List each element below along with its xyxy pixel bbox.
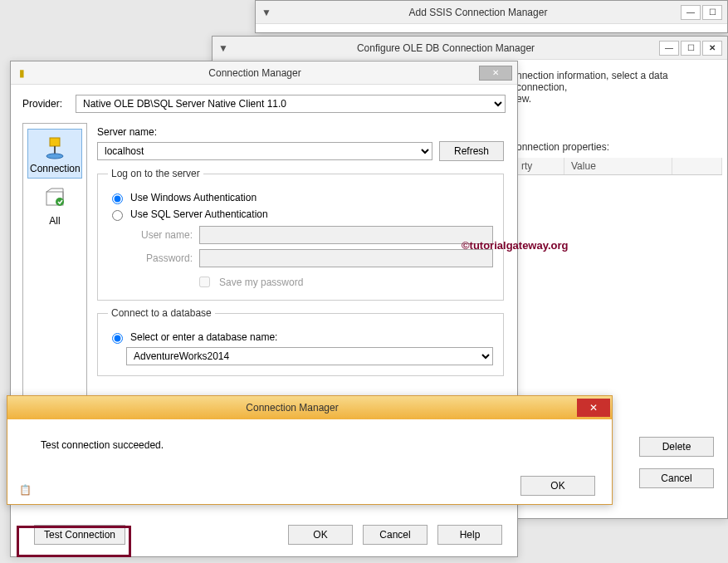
messagebox-text: Test connection succeeded. (7, 419, 612, 458)
sidebar-item-label: All (49, 215, 60, 227)
save-password-checkbox: Save my password (196, 274, 493, 290)
radio-sql-auth[interactable]: Use SQL Server Authentication (108, 208, 493, 221)
username-input (199, 226, 493, 244)
hint-text-line2: ew. (516, 93, 714, 105)
svg-rect-0 (50, 138, 60, 146)
window-title: Add SSIS Connection Manager (276, 7, 681, 18)
username-label: User name: (126, 229, 193, 241)
database-select[interactable]: AdventureWorks2014 (126, 347, 493, 365)
provider-select[interactable]: Native OLE DB\SQL Server Native Client 1… (76, 95, 506, 113)
maximize-button[interactable]: ☐ (681, 41, 701, 56)
save-password-input (199, 277, 210, 287)
radio-select-db-input[interactable] (112, 333, 123, 344)
server-name-label: Server name: (97, 126, 504, 138)
sidebar-item-connection[interactable]: Connection (27, 129, 82, 179)
delete-button[interactable]: Delete (639, 437, 714, 457)
messagebox-test-connection: Connection Manager ✕ Test connection suc… (7, 395, 613, 505)
col-property: rty (515, 158, 564, 174)
sidebar-item-all[interactable]: All (27, 182, 82, 230)
svg-point-4 (56, 198, 64, 206)
cancel-button[interactable]: Cancel (363, 525, 428, 545)
radio-windows-auth[interactable]: Use Windows Authentication (108, 191, 493, 204)
svg-point-2 (46, 154, 63, 159)
highlight-test-connection (17, 526, 131, 557)
close-button[interactable]: ✕ (577, 399, 610, 417)
props-label: onnection properties: (516, 141, 714, 153)
provider-label: Provider: (22, 98, 69, 110)
ok-button[interactable]: OK (288, 525, 353, 545)
plug-icon: ▮ (16, 67, 27, 79)
properties-table-header: rty Value (515, 158, 722, 175)
radio-sql-auth-input[interactable] (112, 210, 123, 221)
connection-icon (42, 135, 68, 161)
connect-db-legend: Connect to a database (108, 307, 215, 319)
plug-icon: ▼ (217, 42, 229, 54)
all-icon (42, 187, 68, 213)
copyright-text: ©tutorialgateway.org (462, 239, 569, 252)
dialog-title: Connection Manager (31, 67, 479, 79)
hint-text-line1: nnection information, select a data conn… (516, 70, 714, 93)
radio-windows-auth-input[interactable] (112, 193, 123, 204)
plug-icon: ▼ (261, 7, 272, 18)
col-value: Value (564, 158, 672, 174)
password-label: Password: (126, 252, 193, 264)
minimize-button[interactable]: — (681, 5, 701, 20)
radio-select-db[interactable]: Select or enter a database name: (108, 330, 493, 344)
server-name-input[interactable]: localhost (97, 142, 432, 160)
password-input (199, 249, 493, 267)
sidebar-item-label: Connection (30, 163, 81, 174)
minimize-button[interactable]: — (659, 41, 679, 56)
close-button[interactable]: ✕ (702, 41, 722, 56)
refresh-button[interactable]: Refresh (439, 141, 504, 161)
help-button[interactable]: Help (437, 525, 502, 545)
maximize-button[interactable]: ☐ (702, 5, 722, 20)
window-add-ssis: ▼ Add SSIS Connection Manager — ☐ (255, 0, 728, 33)
messagebox-title: Connection Manager (7, 402, 577, 414)
cancel-button[interactable]: Cancel (639, 468, 714, 488)
logon-legend: Log on to the server (108, 168, 203, 179)
window-title: Configure OLE DB Connection Manager (232, 42, 659, 54)
close-button[interactable]: ✕ (479, 66, 512, 81)
copy-icon[interactable]: 📋 (19, 484, 32, 496)
messagebox-ok-button[interactable]: OK (520, 476, 595, 496)
